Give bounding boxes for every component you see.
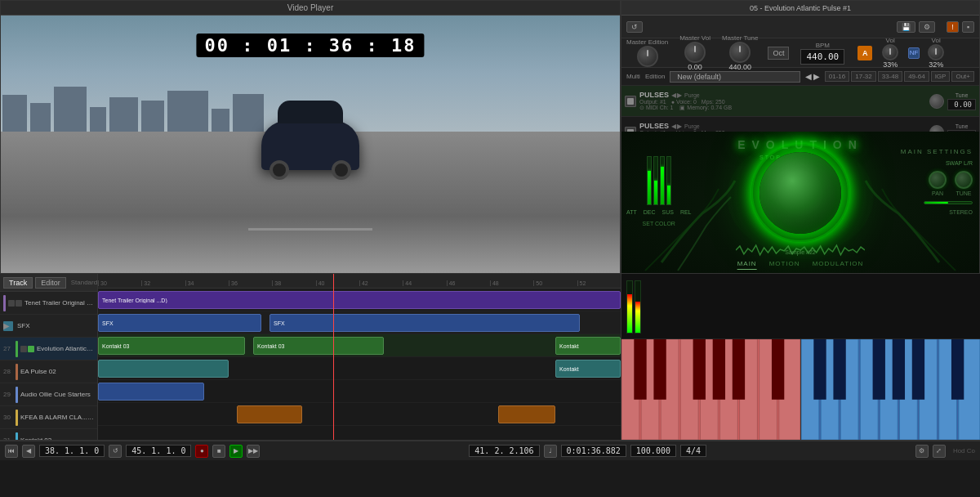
range-17-32[interactable]: 17-32 xyxy=(851,71,875,82)
refresh-btn[interactable]: ↺ xyxy=(626,21,643,33)
timecode-display[interactable]: 0:01:36.882 xyxy=(561,445,626,457)
a-button[interactable]: A xyxy=(858,46,872,60)
ruler-mark: 32 xyxy=(141,280,185,286)
next-bank[interactable]: ▶ xyxy=(813,72,820,81)
info-btn[interactable]: ! xyxy=(947,21,959,33)
track-color xyxy=(16,341,18,357)
video-content[interactable]: 00 : 01 : 36 : 18 xyxy=(1,16,620,273)
tune-value-1[interactable]: 0.00 xyxy=(947,99,976,110)
loop-btn[interactable]: ↺ xyxy=(109,445,122,458)
tab-modulation[interactable]: MODULATION xyxy=(813,260,864,270)
play-btn[interactable]: ▶ xyxy=(229,445,243,458)
clip-ollie-1[interactable] xyxy=(98,383,204,401)
play2-btn[interactable]: ▶▶ xyxy=(247,445,260,458)
track-item-alarm[interactable]: 30 KFEA B ALARM CLA...33 xyxy=(0,406,97,429)
tab-track[interactable]: Track xyxy=(3,277,33,289)
rel-meter[interactable] xyxy=(666,156,671,205)
track-item-ea-pulse[interactable]: 28 EA Pulse 02 xyxy=(0,360,97,383)
bank-selector[interactable]: New (default) xyxy=(670,71,800,83)
nf-button[interactable]: NF xyxy=(908,47,920,59)
tab-editor[interactable]: Editor xyxy=(35,277,66,289)
tab-motion[interactable]: MOTION xyxy=(769,260,800,270)
master-edition-knob[interactable] xyxy=(637,46,658,67)
watermark: Hod Co xyxy=(953,447,975,454)
swap-lr-label[interactable]: SWAP L/R xyxy=(946,160,973,166)
clip-kontakt-1[interactable]: Kontakt 03 xyxy=(98,337,245,355)
pan-knob-item: PAN xyxy=(929,171,947,196)
att-meter[interactable] xyxy=(647,156,652,205)
dec-meter[interactable] xyxy=(653,156,658,205)
att-label: ATT xyxy=(626,209,637,215)
clip-alarm-1[interactable] xyxy=(237,405,302,423)
track-item-evolution[interactable]: 27 Evolution Atlantic Pu...#1 xyxy=(0,338,97,360)
save-btn[interactable]: 💾 xyxy=(897,21,915,33)
sus-meter[interactable] xyxy=(660,156,665,205)
clip-kontakt-2[interactable]: Kontakt 03 xyxy=(253,337,384,355)
video-title-bar: Video Player xyxy=(1,1,620,16)
expand-btn[interactable]: ⤢ xyxy=(933,445,946,458)
bpm-display[interactable]: 440.00 xyxy=(800,49,844,65)
inst-purge-label-2: Purge xyxy=(684,123,700,129)
stop-btn[interactable]: ■ xyxy=(212,445,225,458)
piano-keyboard-area[interactable] xyxy=(621,339,980,440)
stereo-slider[interactable] xyxy=(924,201,973,204)
track-icon[interactable] xyxy=(8,300,15,307)
vol2-knob[interactable] xyxy=(928,44,944,60)
range-out[interactable]: Out+ xyxy=(951,71,974,82)
oct-display: Oct xyxy=(768,47,789,60)
inst-vol-knob-1[interactable] xyxy=(929,94,944,109)
piano-section-high[interactable] xyxy=(801,339,980,440)
track-name-evolution: Evolution Atlantic Pu...#1 xyxy=(37,345,94,352)
clip-tenet[interactable]: Tenet Trailer Original ...D) xyxy=(98,291,621,309)
tab-main[interactable]: MAIN xyxy=(737,260,757,270)
ruler-mark: 50 xyxy=(533,280,577,286)
metronome-btn[interactable]: ♩ xyxy=(544,445,557,458)
tune-knob[interactable] xyxy=(955,171,973,189)
clip-alarm-2[interactable] xyxy=(498,405,555,423)
arr-row-sfx: SFX SFX xyxy=(98,311,621,334)
set-color-label[interactable]: SET COLOR xyxy=(643,221,675,226)
track-item-sfx[interactable]: ▶ SFX xyxy=(0,315,97,338)
track-icon[interactable] xyxy=(20,346,27,352)
back-btn[interactable]: ◀ xyxy=(22,445,35,458)
inst-nav-1[interactable]: ◀ ▶ xyxy=(671,92,682,99)
tempo-display[interactable]: 100.000 xyxy=(630,445,676,457)
track-name-alarm: KFEA B ALARM CLA...33 xyxy=(20,414,94,421)
rel-label: REL xyxy=(680,209,692,215)
clip-sfx-1[interactable]: SFX xyxy=(98,314,261,332)
settings-transport-btn[interactable]: ⚙ xyxy=(915,445,929,458)
range-49-64[interactable]: 49-64 xyxy=(904,71,929,82)
track-icon[interactable] xyxy=(16,300,22,307)
range-01-16[interactable]: 01-16 xyxy=(825,71,849,82)
master-tune-knob[interactable] xyxy=(729,42,751,63)
vol-knob[interactable] xyxy=(882,44,898,60)
clip-ea-pulse-1[interactable] xyxy=(98,360,229,378)
clip-kontakt-4[interactable]: Kontakt xyxy=(555,360,621,378)
clip-kontakt-3[interactable]: Kontakt xyxy=(555,337,621,355)
inst-nav-2[interactable]: ◀ ▶ xyxy=(671,123,682,130)
record-btn[interactable]: ● xyxy=(195,445,208,458)
master-vol-knob[interactable] xyxy=(684,42,706,63)
track-icon-green[interactable] xyxy=(28,346,34,352)
bank-nav[interactable]: ◀ ▶ xyxy=(805,72,820,81)
dec-label: DEC xyxy=(644,209,656,215)
extra-btn[interactable]: ▪ xyxy=(962,21,974,33)
loop-start-display[interactable]: 45. 1. 1. 0 xyxy=(126,445,191,457)
settings-btn[interactable]: ⚙ xyxy=(919,21,935,33)
range-33-48[interactable]: 33-48 xyxy=(878,71,902,82)
range-igp[interactable]: IGP xyxy=(931,71,951,82)
pan-knob[interactable] xyxy=(929,171,947,189)
sus-label: SUS xyxy=(662,209,673,215)
rewind-btn[interactable]: ⏮ xyxy=(5,445,18,458)
prev-bank[interactable]: ◀ xyxy=(805,72,812,81)
plugin-title: 05 - Evolution Atlantic Pulse #1 xyxy=(750,4,851,12)
track-item-tenet[interactable]: Tenet Trailer Original ...D) xyxy=(0,292,97,315)
clip-sfx-2[interactable]: SFX xyxy=(270,314,580,332)
playhead-display[interactable]: 41. 2. 2.106 xyxy=(469,445,539,457)
time-sig-display[interactable]: 4/4 xyxy=(680,445,706,457)
evolution-orb[interactable] xyxy=(760,152,841,234)
track-item-ollie[interactable]: 29 Audio Ollie Cue Starters xyxy=(0,383,97,406)
position-display[interactable]: 38. 1. 1. 0 xyxy=(39,445,105,457)
piano-section-low[interactable] xyxy=(621,339,801,440)
arrangement[interactable]: 30 32 34 36 38 40 42 44 46 48 50 52 Tene… xyxy=(98,274,621,440)
